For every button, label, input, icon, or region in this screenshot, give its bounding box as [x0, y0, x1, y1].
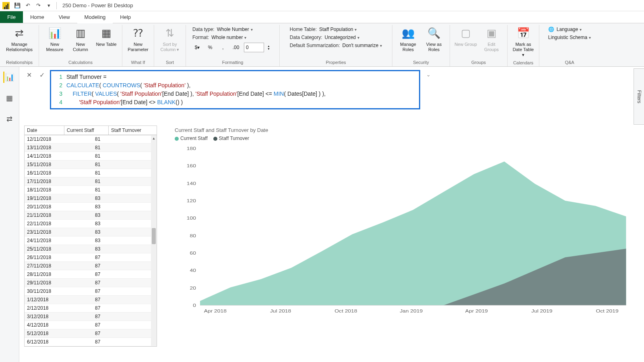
table-scrollbar[interactable]: ▲	[151, 136, 157, 346]
group-label: Calculations	[68, 59, 93, 66]
group-label: Groups	[471, 59, 486, 66]
col-header-staff-turnover[interactable]: Staff Turnover	[108, 126, 157, 135]
table-visual[interactable]: Date Current Staff Staff Turnover 12/11/…	[24, 125, 157, 347]
table-row[interactable]: 15/11/201881	[25, 160, 157, 169]
table-row[interactable]: 16/11/201881	[25, 169, 157, 177]
left-nav-rail: 📊 ▦ ⇄	[0, 67, 19, 362]
tab-help[interactable]: Help	[113, 11, 138, 23]
report-canvas[interactable]: Date 1/0… ✕ ✓ 1Staff Turnover = 2CALCULA…	[19, 67, 644, 362]
table-row[interactable]: 14/11/201881	[25, 152, 157, 160]
group-label: Properties	[326, 59, 346, 66]
table-row[interactable]: 23/11/201883	[25, 228, 157, 237]
table-row[interactable]: 20/11/201883	[25, 203, 157, 211]
relationships-icon: ⇄	[12, 27, 26, 40]
column-icon: ▥	[74, 27, 87, 40]
separator	[56, 2, 57, 9]
currency-button[interactable]: $▾	[192, 43, 202, 52]
ribbon-group-calculations: 📊New Measure ▥New Column ▦New Table Calc…	[39, 25, 122, 66]
table-row[interactable]: 17/11/201881	[25, 177, 157, 186]
table-row[interactable]: 27/11/201887	[25, 262, 157, 270]
formula-bar: ✕ ✓ 1Staff Turnover = 2CALCULATE( COUNTR…	[24, 70, 639, 109]
comma-button[interactable]: ,	[218, 43, 228, 52]
new-column-button[interactable]: ▥New Column	[68, 25, 93, 54]
col-header-current-staff[interactable]: Current Staff	[64, 126, 108, 135]
redo-icon[interactable]: ↷	[34, 1, 43, 10]
table-row[interactable]: 13/11/201881	[25, 144, 157, 152]
ribbon-group-relationships: ⇄Manage Relationships Relationships	[0, 25, 39, 66]
decimals-spinner[interactable]: ▲▼	[267, 45, 273, 50]
formula-expand-icon[interactable]: ⌄	[423, 70, 433, 78]
percent-button[interactable]: %	[205, 43, 215, 52]
chart-plot-area: 020406080100120140160180Apr 2018Jul 2018…	[175, 144, 631, 321]
qat-more-icon[interactable]: ▾	[44, 1, 53, 10]
new-parameter-button[interactable]: ⁇New Parameter	[126, 25, 151, 54]
table-row[interactable]: 24/11/201883	[25, 237, 157, 245]
formula-cancel-icon[interactable]: ✕	[24, 70, 34, 80]
svg-text:140: 140	[187, 181, 196, 186]
undo-icon[interactable]: ↶	[23, 1, 32, 10]
col-header-date[interactable]: Date	[25, 126, 64, 135]
data-view-icon[interactable]: ▦	[4, 93, 15, 104]
table-row[interactable]: 21/11/201883	[25, 211, 157, 220]
filters-pane-tab[interactable]: Filters	[634, 68, 644, 125]
model-view-icon[interactable]: ⇄	[4, 113, 15, 125]
table-row[interactable]: 25/11/201883	[25, 245, 157, 253]
table-row[interactable]: 5/12/201887	[25, 329, 157, 338]
table-row[interactable]: 2/12/201887	[25, 304, 157, 313]
group-label: Security	[413, 59, 429, 66]
format-dropdown[interactable]: Format: Whole number	[192, 35, 273, 40]
table-row[interactable]: 4/12/201887	[25, 321, 157, 329]
sort-by-column-button[interactable]: ⇅Sort by Column ▾	[157, 25, 182, 54]
table-row[interactable]: 30/11/201887	[25, 287, 157, 296]
save-icon[interactable]: 💾	[13, 1, 22, 10]
svg-text:20: 20	[190, 286, 196, 290]
table-row[interactable]: 6/12/201887	[25, 338, 157, 346]
svg-text:160: 160	[187, 164, 196, 169]
edit-group-icon: ▣	[485, 27, 498, 40]
table-row[interactable]: 28/11/201887	[25, 270, 157, 279]
group-label: What If	[131, 59, 145, 66]
formula-editor[interactable]: 1Staff Turnover = 2CALCULATE( COUNTROWS(…	[50, 70, 420, 109]
datatype-dropdown[interactable]: Data type: Whole Number	[192, 27, 273, 32]
table-row[interactable]: 22/11/201883	[25, 220, 157, 228]
ribbon-group-properties: Home Table: Staff Population Data Catego…	[280, 25, 392, 66]
file-menu[interactable]: File	[0, 11, 23, 23]
table-row[interactable]: 1/12/201887	[25, 296, 157, 304]
data-category-dropdown[interactable]: Data Category: Uncategorized	[290, 35, 382, 40]
scroll-thumb[interactable]	[152, 228, 156, 244]
ribbon-group-formatting: Data type: Whole Number Format: Whole nu…	[186, 25, 280, 66]
new-table-button[interactable]: ▦New Table	[94, 25, 119, 49]
table-row[interactable]: 29/11/201887	[25, 279, 157, 287]
tab-home[interactable]: Home	[23, 11, 52, 23]
new-group-button[interactable]: ▢New Group	[453, 25, 478, 49]
view-as-roles-button[interactable]: 🔍View as Roles	[421, 25, 446, 54]
new-measure-button[interactable]: 📊New Measure	[42, 25, 67, 54]
manage-relationships-button[interactable]: ⇄Manage Relationships	[3, 25, 35, 54]
table-row[interactable]: 19/11/201883	[25, 194, 157, 203]
table-row[interactable]: 3/12/201887	[25, 313, 157, 321]
svg-text:40: 40	[190, 268, 196, 273]
table-row[interactable]: 18/11/201881	[25, 186, 157, 194]
table-row[interactable]: 12/11/201881	[25, 135, 157, 144]
table-row[interactable]: 26/11/201887	[25, 253, 157, 262]
manage-roles-button[interactable]: 👥Manage Roles	[396, 25, 421, 54]
roles-icon: 👥	[401, 27, 415, 40]
tab-view[interactable]: View	[52, 11, 77, 23]
svg-text:Apr 2019: Apr 2019	[465, 309, 488, 313]
decimals-input[interactable]: 0	[244, 43, 264, 52]
mark-as-date-table-button[interactable]: 📅Mark as Date Table ▾	[511, 25, 536, 60]
home-table-dropdown[interactable]: Home Table: Staff Population	[290, 27, 382, 32]
language-dropdown[interactable]: 🌐 Language	[548, 27, 591, 32]
group-label: Formatting	[222, 59, 244, 66]
scroll-up-icon[interactable]: ▲	[151, 136, 157, 141]
measure-icon: 📊	[48, 27, 62, 40]
default-summarization-dropdown[interactable]: Default Summarization: Don't summarize	[290, 43, 382, 48]
ribbon-group-groups: ▢New Group ▣Edit Groups Groups	[450, 25, 508, 66]
edit-groups-button[interactable]: ▣Edit Groups	[479, 25, 504, 54]
tab-modeling[interactable]: Modeling	[77, 12, 113, 23]
report-view-icon[interactable]: 📊	[3, 72, 14, 83]
area-chart-visual[interactable]: Current Staff and Staff Turnover by Date…	[173, 125, 639, 323]
workspace: 📊 ▦ ⇄ Date 1/0… ✕ ✓ 1Staff Turnover = 2C…	[0, 67, 644, 362]
formula-commit-icon[interactable]: ✓	[37, 70, 47, 80]
linguistic-schema-dropdown[interactable]: Linguistic Schema	[548, 35, 591, 40]
